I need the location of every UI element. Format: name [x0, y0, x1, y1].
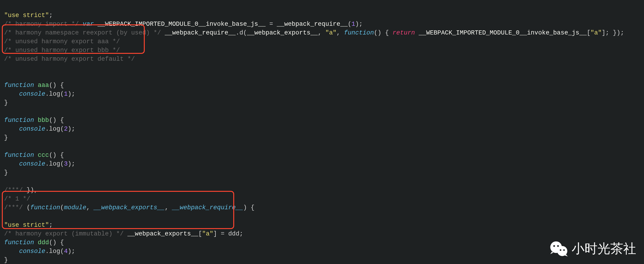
function-name: bbb	[34, 117, 49, 124]
comment: /* harmony import */	[4, 21, 79, 28]
comment: /***/	[4, 187, 23, 194]
svg-point-2	[553, 245, 555, 247]
module-comment: /* 1 */	[4, 195, 30, 202]
code-block: "use strict"; /* harmony import */ var _…	[0, 0, 644, 264]
unused-export-comment: /* unused harmony export aaa */	[4, 38, 120, 45]
comment: /* harmony namespace reexport (by used) …	[4, 29, 161, 36]
keyword: function	[4, 82, 34, 89]
watermark: 小时光茶社	[550, 240, 636, 258]
svg-point-5	[563, 249, 565, 251]
unused-export-comment: /* unused harmony export bbb */	[4, 47, 120, 54]
string-literal: "use strict"	[4, 12, 49, 19]
unused-export-comment: /* unused harmony export default */	[4, 56, 135, 63]
svg-point-4	[560, 249, 562, 251]
svg-point-1	[557, 246, 568, 256]
function-name: ccc	[34, 152, 49, 159]
export-comment: /* harmony export (immutable) */	[4, 230, 124, 237]
function-name: aaa	[34, 82, 49, 89]
wechat-icon	[550, 241, 569, 257]
function-name: ddd	[34, 239, 49, 246]
svg-point-3	[557, 245, 559, 247]
watermark-text: 小时光茶社	[572, 240, 636, 258]
